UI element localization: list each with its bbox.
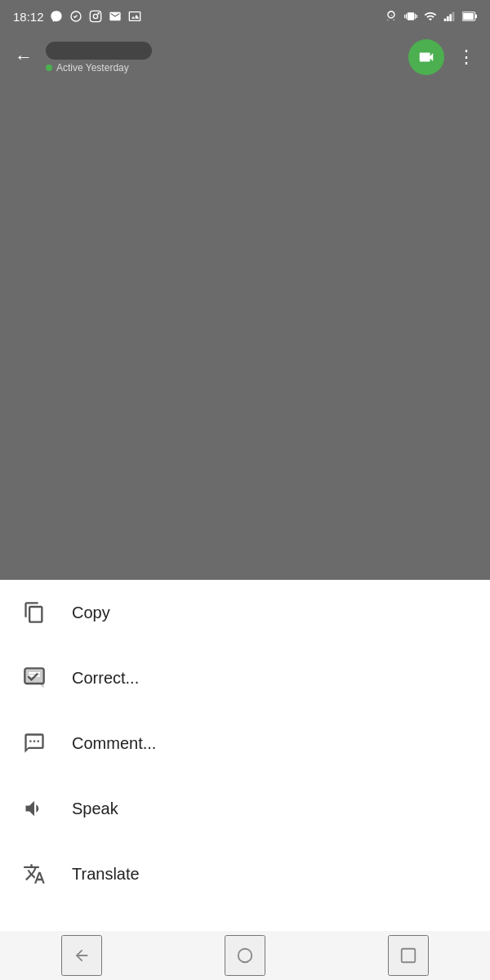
- messenger-icon: [49, 9, 64, 24]
- svg-point-2: [93, 14, 97, 18]
- speak-label: Speak: [72, 800, 118, 818]
- back-nav-button[interactable]: [61, 935, 102, 976]
- contact-status: Active Yesterday: [46, 62, 400, 74]
- recents-nav-icon: [399, 947, 417, 964]
- back-nav-icon: [73, 947, 91, 964]
- correct-label: Correct...: [72, 669, 139, 688]
- copy-icon: [20, 598, 49, 627]
- gmail-icon: [108, 9, 122, 24]
- svg-rect-7: [452, 12, 455, 21]
- svg-rect-5: [447, 16, 449, 21]
- vibrate-icon: [403, 9, 418, 24]
- translate-label: Translate: [72, 865, 140, 884]
- video-call-button[interactable]: [408, 39, 444, 75]
- back-button[interactable]: ←: [10, 42, 38, 73]
- home-nav-button[interactable]: [225, 935, 265, 976]
- bottom-nav: [0, 931, 490, 980]
- correct-icon: [20, 663, 49, 693]
- status-text: Active Yesterday: [56, 62, 129, 74]
- speak-icon: [20, 794, 49, 823]
- copy-menu-item[interactable]: Copy: [0, 580, 490, 645]
- speak-menu-item[interactable]: Speak: [0, 776, 490, 841]
- signal-icon: [443, 9, 457, 24]
- comment-label: Comment...: [72, 734, 156, 753]
- battery-icon: [462, 9, 477, 24]
- contact-name: [46, 42, 152, 60]
- instagram-icon: [88, 9, 103, 24]
- status-bar: 18:12: [0, 0, 490, 33]
- copy-label: Copy: [72, 604, 110, 622]
- video-icon: [417, 48, 435, 66]
- svg-point-3: [98, 13, 99, 14]
- online-dot: [46, 65, 52, 71]
- home-nav-icon: [236, 947, 254, 964]
- messenger2-icon: [69, 9, 83, 24]
- status-bar-left: 18:12: [13, 9, 142, 24]
- svg-rect-1: [90, 11, 100, 21]
- comment-icon: [20, 728, 49, 758]
- svg-point-12: [238, 949, 252, 963]
- chat-area: 18:12: [0, 0, 490, 580]
- svg-rect-10: [463, 13, 474, 20]
- correct-menu-item[interactable]: Correct...: [0, 645, 490, 710]
- contact-info: Active Yesterday: [46, 42, 400, 74]
- wifi-icon: [423, 9, 438, 24]
- comment-menu-item[interactable]: Comment...: [0, 710, 490, 776]
- more-options-button[interactable]: ⋮: [452, 42, 480, 73]
- context-menu: Copy Correct... Comment... Speak: [0, 580, 490, 931]
- top-nav: ← Active Yesterday ⋮: [0, 33, 490, 82]
- svg-rect-6: [449, 14, 452, 21]
- translate-icon: [20, 859, 49, 889]
- status-bar-right: [384, 9, 477, 24]
- clock-time: 18:12: [13, 10, 44, 24]
- alarm-icon: [384, 9, 399, 24]
- recents-nav-button[interactable]: [388, 935, 429, 976]
- svg-rect-4: [444, 19, 447, 21]
- svg-rect-9: [475, 15, 477, 19]
- translate-menu-item[interactable]: Translate: [0, 841, 490, 906]
- photos-icon: [127, 9, 142, 24]
- svg-rect-13: [402, 949, 416, 963]
